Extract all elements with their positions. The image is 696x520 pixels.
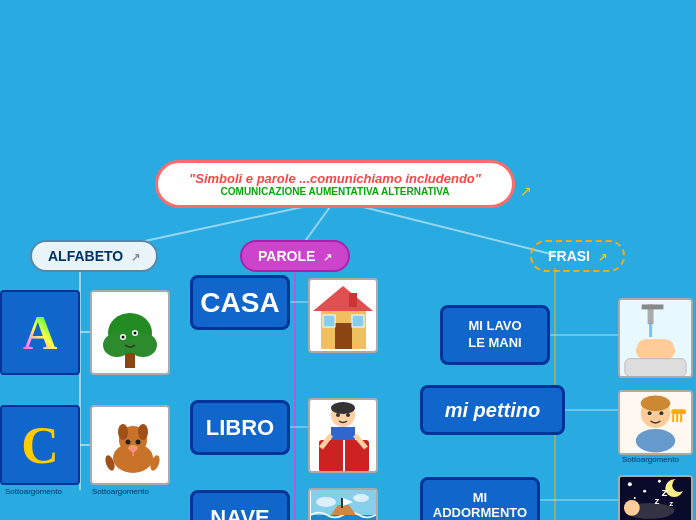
- image-reader: [308, 398, 378, 473]
- svg-point-83: [643, 490, 646, 493]
- svg-point-51: [346, 413, 350, 417]
- svg-point-67: [654, 339, 674, 351]
- word-card-mi-pettino: mi pettino: [420, 385, 565, 435]
- word-card-libro: LIBRO: [190, 400, 290, 455]
- image-wash-hands: [618, 298, 693, 378]
- word-card-casa: CASA: [190, 275, 290, 330]
- svg-line-2: [335, 200, 555, 255]
- frasi-link-icon[interactable]: ↗: [598, 251, 607, 263]
- svg-text:z: z: [655, 495, 660, 506]
- svg-point-50: [336, 413, 340, 417]
- svg-rect-63: [642, 304, 664, 309]
- svg-point-84: [658, 480, 661, 483]
- svg-point-59: [316, 497, 336, 507]
- central-link-icon[interactable]: ↗: [520, 183, 532, 199]
- image-comb-hair: [618, 390, 693, 455]
- svg-point-27: [134, 332, 137, 335]
- image-sleep: z z z: [618, 475, 693, 520]
- svg-point-22: [103, 333, 131, 357]
- svg-point-33: [136, 439, 141, 444]
- sub-label-1: Sottoargomento: [5, 487, 62, 496]
- svg-point-23: [129, 333, 157, 357]
- svg-point-49: [331, 402, 355, 414]
- image-tree: [90, 290, 170, 375]
- image-dog: [90, 405, 170, 485]
- svg-rect-68: [625, 359, 686, 377]
- image-house: [308, 278, 378, 353]
- word-card-nave: NAVE: [190, 490, 290, 520]
- svg-point-77: [648, 411, 652, 415]
- sub-label-2: Sottoargomento: [92, 487, 149, 496]
- svg-point-30: [118, 424, 128, 440]
- svg-point-60: [353, 494, 369, 502]
- branch-frasi[interactable]: FRASI ↗: [530, 240, 625, 272]
- central-title: "Simboli e parole ...comunichiamo includ…: [174, 171, 496, 186]
- image-flower-a: A: [0, 290, 80, 375]
- svg-rect-73: [672, 414, 674, 422]
- branch-parole[interactable]: PAROLE ↗: [240, 240, 350, 272]
- svg-rect-42: [323, 315, 335, 327]
- svg-point-78: [659, 411, 663, 415]
- parole-link-icon[interactable]: ↗: [323, 251, 332, 263]
- svg-rect-72: [671, 409, 686, 414]
- branch-alfabeto[interactable]: ALFABETO ↗: [30, 240, 158, 272]
- svg-point-76: [636, 429, 675, 453]
- svg-point-32: [126, 439, 131, 444]
- svg-point-25: [122, 336, 125, 339]
- central-topic-bubble: "Simboli e parole ...comunichiamo includ…: [155, 160, 515, 208]
- svg-point-82: [628, 482, 632, 486]
- image-sea: [308, 488, 378, 520]
- word-card-mi-lavo: MI LAVO LE MANI: [440, 305, 550, 365]
- svg-point-81: [672, 478, 686, 492]
- svg-point-71: [641, 395, 671, 411]
- svg-point-85: [634, 497, 636, 499]
- svg-marker-39: [313, 286, 373, 311]
- svg-text:z: z: [669, 499, 673, 508]
- svg-text:z: z: [661, 485, 667, 499]
- word-card-mi-addormento: MI ADDORMENTO: [420, 477, 540, 520]
- svg-rect-57: [341, 498, 343, 508]
- svg-point-31: [138, 424, 148, 440]
- svg-rect-41: [335, 323, 352, 349]
- svg-rect-74: [676, 414, 678, 422]
- svg-rect-44: [349, 293, 357, 307]
- svg-rect-75: [680, 414, 682, 422]
- svg-rect-43: [352, 315, 364, 327]
- svg-point-87: [624, 500, 640, 516]
- image-c-letter: C: [0, 405, 80, 485]
- alfabeto-link-icon[interactable]: ↗: [131, 251, 140, 263]
- central-subtitle: COMUNICAZIONE AUMENTATIVA ALTERNATIVA: [174, 186, 496, 197]
- sub-label-3: Sottoargomento: [622, 455, 679, 464]
